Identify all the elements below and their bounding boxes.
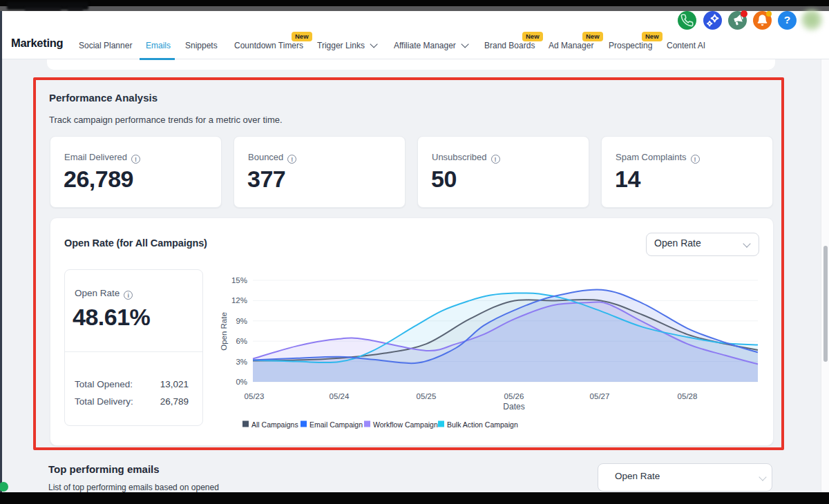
svg-text:05/24: 05/24: [330, 392, 350, 400]
svg-text:Open Rate: Open Rate: [220, 312, 228, 351]
svg-text:05/28: 05/28: [678, 392, 698, 400]
svg-text:6%: 6%: [236, 337, 247, 345]
svg-text:Workflow Campaign: Workflow Campaign: [373, 420, 438, 429]
svg-text:Email Campaign: Email Campaign: [309, 420, 363, 429]
svg-text:12%: 12%: [231, 296, 247, 304]
svg-text:9%: 9%: [236, 317, 247, 325]
svg-text:05/23: 05/23: [245, 392, 265, 400]
svg-text:0%: 0%: [236, 378, 247, 386]
svg-text:Bulk Action Campaign: Bulk Action Campaign: [447, 420, 518, 429]
svg-text:All Campaigns: All Campaigns: [251, 420, 298, 429]
svg-text:Dates: Dates: [503, 402, 524, 411]
svg-text:05/27: 05/27: [590, 392, 610, 400]
svg-text:05/25: 05/25: [417, 392, 437, 400]
svg-text:05/26: 05/26: [504, 392, 524, 400]
svg-text:3%: 3%: [236, 358, 247, 366]
svg-text:15%: 15%: [231, 276, 247, 284]
